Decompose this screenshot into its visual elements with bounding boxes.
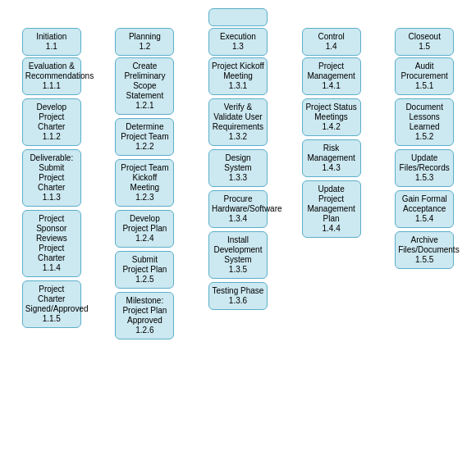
level1-node-0: Initiation1.1 [22, 28, 81, 56]
col-4: Closeout1.5Audit Procurement1.5.1Documen… [380, 28, 469, 339]
children-col-2: Project Kickoff Meeting1.3.1Verify & Val… [194, 57, 282, 310]
child-node-4-0: Audit Procurement1.5.1 [395, 57, 454, 95]
child-node-2-1: Verify & Validate User Requirements1.3.2 [208, 98, 268, 146]
child-node-3-1: Project Status Meetings1.4.2 [302, 98, 361, 136]
child-node-0-0: Evaluation & Recommendations1.1.1 [22, 57, 81, 95]
children-col-0: Evaluation & Recommendations1.1.1Develop… [7, 57, 96, 328]
level1-node-1: Planning1.2 [115, 28, 174, 56]
col-3: Control1.4Project Management1.4.1Project… [287, 28, 376, 339]
child-node-3-0: Project Management1.4.1 [302, 57, 361, 95]
child-node-1-3: Develop Project Plan1.2.4 [115, 210, 174, 248]
child-node-3-3: Update Project Management Plan1.4.4 [302, 180, 361, 238]
level1-row: Initiation1.1Evaluation & Recommendation… [3, 28, 473, 339]
child-node-2-5: Testing Phase1.3.6 [208, 282, 268, 310]
child-node-1-5: Milestone: Project Plan Approved1.2.6 [115, 292, 174, 339]
level1-node-2: Execution1.3 [208, 28, 268, 56]
child-node-1-4: Submit Project Plan1.2.5 [115, 251, 174, 289]
chart-container: Initiation1.1Evaluation & Recommendation… [0, 0, 476, 348]
child-node-0-2: Deliverable: Submit Project Charter1.1.3 [22, 149, 81, 207]
child-node-1-2: Project Team Kickoff Meeting1.2.3 [115, 159, 174, 207]
col-1: Planning1.2Create Preliminary Scope Stat… [100, 28, 189, 339]
child-node-4-1: Document Lessons Learned1.5.2 [395, 98, 454, 146]
children-col-3: Project Management1.4.1Project Status Me… [287, 57, 376, 238]
child-node-2-2: Design System1.3.3 [208, 149, 268, 187]
child-node-2-3: Procure Hardware/Software1.3.4 [208, 190, 268, 228]
child-node-2-4: Install Development System1.3.5 [208, 231, 268, 279]
level1-node-4: Closeout1.5 [395, 28, 454, 56]
child-node-1-0: Create Preliminary Scope Statement1.2.1 [115, 57, 174, 115]
child-node-4-4: Archive Files/Documents1.5.5 [395, 231, 454, 269]
child-node-1-1: Determine Project Team1.2.2 [115, 118, 174, 156]
child-node-4-3: Gain Formal Acceptance1.5.4 [395, 190, 454, 228]
child-node-3-2: Risk Management1.4.3 [302, 139, 361, 177]
children-col-1: Create Preliminary Scope Statement1.2.1D… [100, 57, 189, 339]
children-col-4: Audit Procurement1.5.1Document Lessons L… [380, 57, 469, 269]
child-node-0-4: Project Charter Signed/Approved1.1.5 [22, 280, 81, 328]
child-node-0-3: Project Sponsor Reviews Project Charter1… [22, 210, 81, 277]
col-0: Initiation1.1Evaluation & Recommendation… [7, 28, 96, 339]
root-row [3, 8, 473, 26]
level1-node-3: Control1.4 [302, 28, 361, 56]
child-node-2-0: Project Kickoff Meeting1.3.1 [208, 57, 268, 95]
col-2: Execution1.3Project Kickoff Meeting1.3.1… [194, 28, 282, 339]
child-node-4-2: Update Files/Records1.5.3 [395, 149, 454, 187]
root-node [208, 8, 268, 26]
child-node-0-1: Develop Project Charter1.1.2 [22, 98, 81, 146]
